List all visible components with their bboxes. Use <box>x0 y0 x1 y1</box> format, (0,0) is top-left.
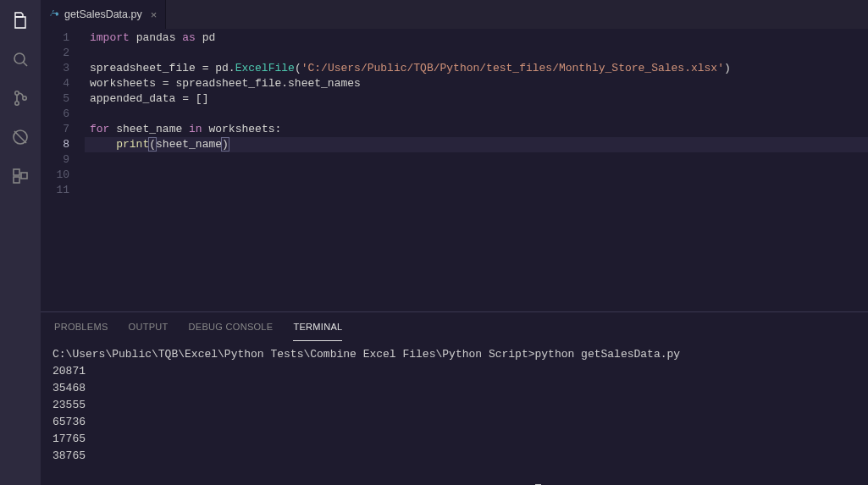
line-number: 8 <box>41 137 69 152</box>
line-number: 10 <box>41 168 69 183</box>
code-line: appended_data = [] <box>85 91 868 107</box>
terminal-line: 38765 <box>53 448 856 465</box>
explorer-icon[interactable] <box>8 8 32 32</box>
svg-rect-7 <box>21 173 27 179</box>
debug-icon[interactable] <box>8 125 32 149</box>
svg-rect-6 <box>14 177 19 183</box>
bottom-panel: PROBLEMS OUTPUT DEBUG CONSOLE TERMINAL C… <box>41 311 868 485</box>
line-number: 3 <box>41 61 69 76</box>
line-number-gutter: 1 2 3 4 5 6 7 8 9 10 11 <box>41 30 85 311</box>
editor-tab[interactable]: getSalesData.py × <box>41 0 166 29</box>
terminal-prompt: C:\Users\Public\TQB\Excel\Python Tests\C… <box>53 482 856 485</box>
panel-tabs: PROBLEMS OUTPUT DEBUG CONSOLE TERMINAL <box>41 312 868 341</box>
close-icon[interactable]: × <box>151 8 158 21</box>
terminal-line: 35468 <box>53 380 856 397</box>
tab-output[interactable]: OUTPUT <box>129 312 169 341</box>
code-line <box>85 46 868 61</box>
svg-point-1 <box>15 91 19 95</box>
tab-bar: getSalesData.py × <box>41 0 868 29</box>
code-line <box>85 152 868 168</box>
svg-point-3 <box>23 96 26 100</box>
terminal-line: C:\Users\Public\TQB\Excel\Python Tests\C… <box>53 346 856 363</box>
terminal-line: 23555 <box>53 397 856 414</box>
search-icon[interactable] <box>8 47 32 71</box>
svg-rect-5 <box>14 169 19 175</box>
code-line: worksheets = spreadsheet_file.sheet_name… <box>85 76 868 91</box>
tab-terminal[interactable]: TERMINAL <box>293 312 342 341</box>
terminal-line: 65736 <box>53 414 856 431</box>
code-line: for sheet_name in worksheets: <box>85 122 868 137</box>
code-line: print(sheet_name) <box>85 137 868 152</box>
line-number: 7 <box>41 122 69 137</box>
extensions-icon[interactable] <box>8 164 32 188</box>
line-number: 1 <box>41 30 69 46</box>
activity-bar <box>0 0 41 485</box>
source-control-icon[interactable] <box>8 86 32 110</box>
terminal[interactable]: C:\Users\Public\TQB\Excel\Python Tests\C… <box>41 341 868 485</box>
svg-point-2 <box>15 102 19 105</box>
tab-filename: getSalesData.py <box>64 8 142 20</box>
line-number: 5 <box>41 91 69 107</box>
tab-problems[interactable]: PROBLEMS <box>54 312 108 341</box>
line-number: 2 <box>41 46 69 61</box>
svg-point-0 <box>14 53 25 63</box>
line-number: 4 <box>41 76 69 91</box>
code-line <box>85 168 868 183</box>
code-line <box>85 107 868 122</box>
python-file-icon <box>49 9 59 19</box>
code-line <box>85 183 868 198</box>
code-line: spreadsheet_file = pd.ExcelFile('C:/User… <box>85 61 868 76</box>
line-number: 9 <box>41 152 69 168</box>
line-number: 11 <box>41 183 69 198</box>
line-number: 6 <box>41 107 69 122</box>
terminal-line: 17765 <box>53 431 856 448</box>
main-area: getSalesData.py × 1 2 3 4 5 6 7 8 9 10 1… <box>41 0 868 485</box>
terminal-line <box>53 465 856 482</box>
code-editor[interactable]: 1 2 3 4 5 6 7 8 9 10 11 import pandas as… <box>41 29 868 311</box>
terminal-line: 20871 <box>53 363 856 380</box>
tab-debug-console[interactable]: DEBUG CONSOLE <box>189 312 274 341</box>
code-area[interactable]: import pandas as pd spreadsheet_file = p… <box>85 30 868 311</box>
code-line: import pandas as pd <box>85 30 868 46</box>
